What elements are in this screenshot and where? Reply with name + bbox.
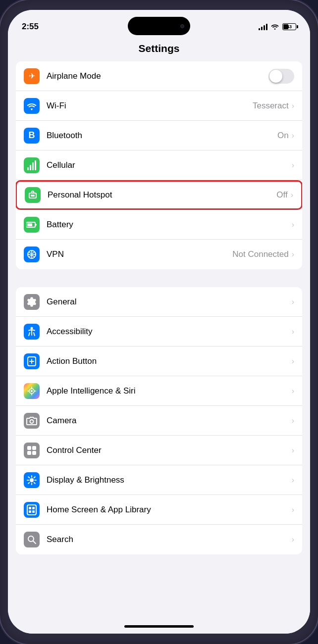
wifi-row[interactable]: Wi-Fi Tesseract ›: [16, 91, 302, 121]
control-center-icon-bg: [24, 443, 40, 458]
wifi-value: Tesseract: [253, 101, 289, 111]
cellular-icon: [27, 160, 36, 170]
cellular-label: Cellular: [47, 160, 292, 170]
action-button-label: Action Button: [47, 356, 292, 366]
general-chevron: ›: [292, 297, 294, 306]
home-indicator: [8, 619, 310, 634]
svg-line-34: [28, 482, 29, 483]
svg-point-21: [30, 420, 34, 423]
status-right-icons: 43: [259, 23, 296, 30]
search-chevron: ›: [292, 535, 294, 544]
airplane-mode-row[interactable]: ✈ Airplane Mode: [16, 61, 302, 91]
vpn-label: VPN: [47, 249, 232, 259]
phone-screen: 2:55: [8, 10, 310, 634]
display-brightness-icon-bg: [24, 472, 40, 488]
signal-bar-2: [261, 27, 263, 30]
phone-frame: 2:55: [0, 0, 318, 644]
apple-intelligence-label: Apple Intelligence & Siri: [47, 386, 292, 396]
svg-line-33: [34, 477, 35, 478]
control-center-icon: [26, 445, 37, 456]
svg-rect-23: [32, 446, 36, 450]
svg-rect-39: [32, 510, 35, 513]
airplane-mode-toggle[interactable]: [268, 69, 294, 84]
settings-scroll-area[interactable]: ✈ Airplane Mode: [8, 61, 310, 619]
battery-chevron: ›: [292, 220, 294, 229]
action-button-icon: [26, 356, 37, 367]
wifi-chevron: ›: [292, 101, 294, 110]
vpn-icon-bg: [24, 247, 40, 262]
battery-icon: 43: [282, 23, 296, 30]
accessibility-chevron: ›: [292, 327, 294, 336]
airplane-mode-icon-bg: ✈: [24, 68, 40, 84]
vpn-chevron: ›: [292, 250, 294, 259]
wifi-icon: [26, 101, 37, 110]
search-row-icon: [27, 535, 37, 545]
svg-rect-1: [30, 165, 31, 170]
signal-icon: [259, 23, 267, 30]
svg-rect-22: [27, 446, 31, 450]
personal-hotspot-row[interactable]: Personal Hotspot Off ›: [16, 180, 302, 210]
accessibility-label: Accessibility: [47, 327, 292, 337]
apple-intelligence-chevron: ›: [292, 387, 294, 396]
control-center-label: Control Center: [47, 446, 292, 455]
apple-intelligence-icon-bg: [24, 383, 40, 399]
svg-rect-35: [27, 505, 36, 515]
status-time: 2:55: [22, 22, 39, 32]
wifi-status-icon: [270, 23, 279, 30]
status-bar: 2:55: [8, 10, 310, 37]
search-row[interactable]: Search ›: [16, 525, 302, 554]
bluetooth-value: On: [277, 131, 289, 141]
display-brightness-chevron: ›: [292, 476, 294, 485]
general-icon-bg: [24, 294, 40, 310]
svg-line-32: [34, 482, 35, 483]
action-button-row[interactable]: Action Button ›: [16, 347, 302, 376]
cellular-icon-bg: [24, 157, 40, 173]
svg-rect-0: [27, 167, 29, 170]
battery-text: 43: [287, 24, 292, 29]
svg-line-41: [33, 541, 36, 544]
cellular-row[interactable]: Cellular ›: [16, 150, 302, 180]
camera-chevron: ›: [292, 416, 294, 425]
network-section: ✈ Airplane Mode: [16, 61, 302, 269]
svg-rect-24: [27, 451, 31, 455]
signal-bar-4: [266, 24, 267, 30]
camera-row[interactable]: Camera ›: [16, 406, 302, 436]
apple-intelligence-row[interactable]: Apple Intelligence & Siri ›: [16, 376, 302, 406]
general-row[interactable]: General ›: [16, 287, 302, 317]
accessibility-row[interactable]: Accessibility ›: [16, 317, 302, 347]
airplane-mode-label: Airplane Mode: [47, 71, 268, 81]
airplane-icon: ✈: [29, 71, 35, 81]
svg-rect-7: [27, 223, 32, 226]
svg-rect-25: [32, 451, 36, 455]
svg-rect-37: [32, 507, 35, 509]
home-screen-row[interactable]: Home Screen & App Library ›: [16, 495, 302, 525]
accessibility-icon: [26, 326, 37, 337]
home-screen-icon: [27, 504, 37, 515]
accessibility-icon-bg: [24, 324, 40, 340]
vpn-row[interactable]: VPN Not Connected ›: [16, 240, 302, 269]
control-center-row[interactable]: Control Center ›: [16, 436, 302, 465]
svg-rect-3: [35, 160, 36, 170]
camera-dot: [180, 24, 184, 28]
hotspot-label: Personal Hotspot: [48, 190, 276, 200]
home-screen-icon-bg: [24, 502, 40, 518]
battery-row[interactable]: Battery ›: [16, 210, 302, 240]
action-button-chevron: ›: [292, 357, 294, 366]
hotspot-value: Off: [276, 190, 287, 200]
battery-label: Battery: [47, 220, 292, 230]
svg-rect-38: [29, 510, 31, 513]
apple-intelligence-icon: [26, 386, 37, 396]
camera-icon: [26, 416, 37, 425]
bluetooth-label: Bluetooth: [47, 131, 277, 141]
bluetooth-row[interactable]: B Bluetooth On ›: [16, 121, 302, 150]
home-screen-label: Home Screen & App Library: [47, 505, 292, 515]
page-title: Settings: [8, 37, 310, 61]
svg-rect-36: [29, 507, 31, 509]
display-brightness-row[interactable]: Display & Brightness ›: [16, 465, 302, 495]
signal-bar-3: [264, 25, 265, 30]
general-label: General: [47, 297, 292, 307]
wifi-label: Wi-Fi: [47, 101, 253, 111]
bluetooth-chevron: ›: [292, 131, 294, 140]
dynamic-island: [128, 17, 190, 35]
cellular-chevron: ›: [292, 161, 294, 170]
